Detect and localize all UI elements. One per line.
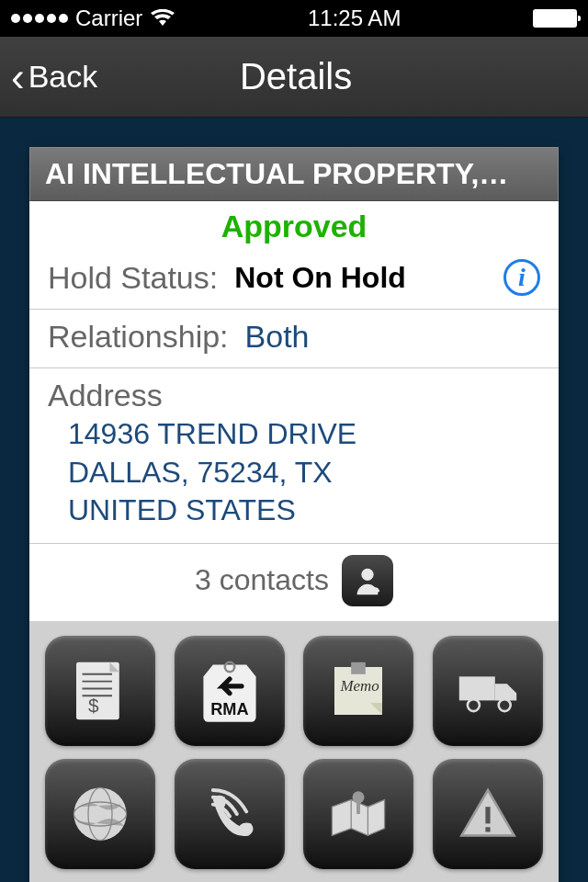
relationship-label: Relationship:: [48, 319, 229, 355]
svg-point-14: [498, 699, 510, 711]
company-title: AI INTELLECTUAL PROPERTY,…: [29, 147, 559, 201]
back-label: Back: [28, 59, 98, 95]
back-button[interactable]: ‹ Back: [11, 57, 97, 97]
invoice-icon: $: [64, 655, 136, 727]
status-left: Carrier: [11, 6, 175, 31]
alerts-button[interactable]: [433, 759, 543, 869]
memo-button[interactable]: Memo: [303, 636, 413, 746]
svg-rect-23: [485, 827, 490, 831]
address-section: Address 14936 TREND DRIVE DALLAS, 75234,…: [29, 368, 559, 544]
status-time: 11:25 AM: [175, 6, 533, 31]
hold-status-value: Not On Hold: [234, 261, 406, 295]
page-title: Details: [97, 56, 494, 97]
svg-point-15: [74, 787, 127, 840]
battery-icon: [533, 9, 577, 28]
invoice-button[interactable]: $: [45, 636, 155, 746]
contacts-count: 3 contacts: [195, 563, 329, 597]
rma-button[interactable]: RMA: [175, 636, 285, 746]
address-line-1: 14936 TREND DRIVE: [68, 415, 540, 454]
contacts-row[interactable]: 3 contacts: [29, 544, 559, 621]
signal-icon: [11, 14, 68, 23]
nav-bar: ‹ Back Details: [0, 37, 588, 118]
status-bar: Carrier 11:25 AM: [0, 0, 588, 37]
memo-icon: Memo: [322, 655, 394, 727]
chevron-left-icon: ‹: [11, 57, 25, 97]
svg-text:RMA: RMA: [210, 700, 248, 718]
call-log-button[interactable]: [175, 759, 285, 869]
relationship-row: Relationship: Both: [29, 310, 559, 368]
alert-icon: [452, 778, 524, 850]
address-label: Address: [48, 378, 540, 413]
website-button[interactable]: [45, 759, 155, 869]
wifi-icon: [150, 9, 175, 28]
info-icon[interactable]: i: [503, 259, 540, 296]
svg-text:Memo: Memo: [340, 677, 379, 695]
address-line-3: UNITED STATES: [68, 492, 540, 530]
map-marker-icon: [322, 778, 394, 850]
svg-rect-12: [459, 676, 495, 700]
carrier-label: Carrier: [75, 6, 142, 31]
call-log-icon: [194, 778, 266, 850]
svg-point-13: [468, 699, 480, 711]
svg-point-0: [361, 568, 373, 580]
contacts-icon: [342, 555, 393, 606]
relationship-value[interactable]: Both: [245, 319, 310, 355]
svg-rect-10: [351, 662, 366, 674]
action-icons: $ RMA Memo: [29, 621, 559, 882]
map-button[interactable]: [303, 759, 413, 869]
hold-status-row: Hold Status: Not On Hold i: [29, 250, 559, 310]
truck-icon: [452, 655, 524, 727]
shipping-button[interactable]: [433, 636, 543, 746]
address-value[interactable]: 14936 TREND DRIVE DALLAS, 75234, TX UNIT…: [48, 413, 540, 530]
approval-status: Approved: [29, 201, 559, 250]
details-card: AI INTELLECTUAL PROPERTY,… Approved Hold…: [29, 147, 559, 882]
address-line-2: DALLAS, 75234, TX: [68, 454, 540, 492]
status-right: [533, 9, 577, 28]
svg-text:$: $: [88, 695, 99, 716]
globe-icon: [64, 778, 136, 850]
rma-icon: RMA: [194, 655, 266, 727]
svg-rect-22: [485, 807, 490, 823]
hold-status-label: Hold Status:: [48, 260, 218, 296]
